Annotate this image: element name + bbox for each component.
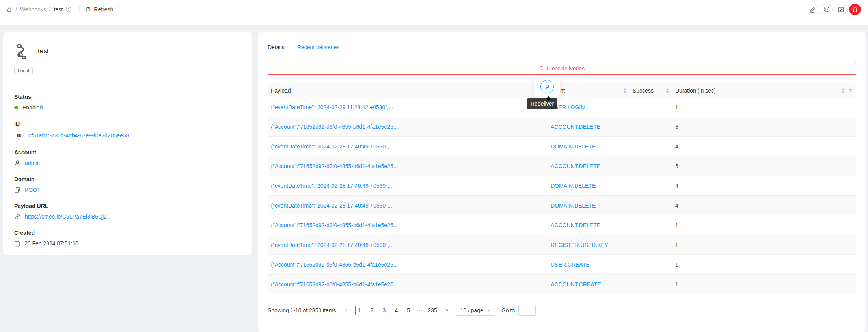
event-link[interactable]: USER.CREATE [551,262,590,268]
next-page-button[interactable] [441,306,451,315]
payload-link[interactable]: {"Account":"71652d92-d3f0-4855-b6d1-4fa1… [271,124,398,130]
tab-details[interactable]: Details [268,41,285,56]
webhook-header: test [14,43,241,60]
event-link[interactable]: ACCOUNT.DELETE [551,163,600,169]
caret-sorter-icon[interactable] [842,88,845,93]
payload-link[interactable]: {"eventDateTime":"2024-02-28 17:40:49 +0… [271,202,394,209]
page-button-last[interactable]: 235 [427,306,438,315]
redeliver-button[interactable] [540,80,554,93]
duration-value: 1 [672,222,856,228]
goto-page-input[interactable] [518,305,536,316]
duration-value: 8 [672,124,856,130]
duration-value: 1 [672,104,856,110]
event-link[interactable]: DOMAIN.DELETE [551,202,596,209]
payload-link[interactable]: {"Account":"71652d92-d3f0-4855-b6d1-4fa1… [271,262,398,268]
payload-link[interactable]: {"eventDateTime":"2024-02-28 17:40:49 +0… [271,143,394,150]
page-jump-ellipsis[interactable]: ••• [416,308,424,313]
content-area: test Local Status Enabled ID cf51afd7-73… [0,25,868,332]
payload-link[interactable]: {"eventDateTime":"2024-02-28 17:40:46 +0… [271,242,394,248]
clear-deliveries-label: Clear deliveries [547,65,585,72]
payload-url-link[interactable]: https://smee.io/C9LPa7Ei3iB6Qj2 [25,213,107,220]
table-body: {"eventDateTime":"2024-02-29 11:28:42 +0… [268,97,856,294]
more-icon[interactable]: ⋮ [536,260,544,269]
event-link[interactable]: ACCOUNT.CREATE [551,281,601,287]
tab-recent-deliveries[interactable]: Recent deliveries [297,41,339,56]
more-icon[interactable]: ⋮ [536,142,544,151]
page-button-4[interactable]: 4 [392,306,401,315]
webhook-id-link[interactable]: cf51afd7-730b-4db4-87e9-f0a2d205ee58 [28,132,129,139]
goto-label: Go to [501,307,515,313]
duration-value: 4 [672,143,856,150]
more-icon[interactable]: ⋮ [536,201,544,210]
id-label: ID [14,121,241,127]
duration-value: 1 [672,262,856,268]
event-link[interactable]: DOMAIN.DELETE [551,143,596,150]
webhook-detail-page: / Webhooks / test ? Refresh [0,0,868,332]
edit-button[interactable] [807,4,818,15]
filter-icon[interactable] [848,88,853,93]
svg-text:?: ? [68,7,70,11]
calendar-icon [14,241,20,247]
caret-sorter-icon[interactable] [623,88,626,93]
payload-link[interactable]: {"Account":"71652d92-d3f0-4855-b6d1-4fa1… [271,281,398,287]
domain-link[interactable]: ROOT [24,187,40,193]
event-link[interactable]: ACCOUNT.DELETE [551,124,600,130]
clear-deliveries-button[interactable]: Clear deliveries [268,62,856,75]
redeliver-tooltip-label: Redeliver [531,100,554,107]
payload-link[interactable]: {"eventDateTime":"2024-02-28 17:40:49 +0… [271,183,394,189]
pause-circle-icon [823,6,830,13]
switcher-icon [14,187,20,193]
delete-trash-icon [852,7,858,13]
table-row: {"Account":"71652d92-d3f0-4855-b6d1-4fa1… [268,117,856,137]
account-link[interactable]: admin [25,160,40,166]
event-link[interactable]: REGISTER.USER.KEY [551,242,608,248]
duration-value: 4 [672,202,856,209]
table-row: {"eventDateTime":"2024-02-28 17:40:46 +0… [268,235,856,255]
table-row: {"Account":"71652d92-d3f0-4855-b6d1-4fa1… [268,275,856,294]
more-icon[interactable]: ⋮ [536,221,544,230]
page-button-1[interactable]: 1 [355,306,364,315]
open-logs-button[interactable] [835,4,847,15]
payload-link[interactable]: {"eventDateTime":"2024-02-29 11:28:42 +0… [271,104,393,110]
more-icon[interactable]: ⋮ [536,162,544,171]
column-header-duration[interactable]: Duration (in sec) [672,83,856,97]
domain-field: Domain ROOT [14,176,241,194]
reload-icon [85,7,91,12]
refresh-label: Refresh [94,6,113,13]
caret-sorter-icon[interactable] [666,88,669,93]
delete-webhook-button[interactable] [849,4,861,15]
duration-value: 5 [672,163,856,169]
status-field: Status Enabled [14,94,241,111]
home-icon[interactable] [6,7,12,13]
top-bar: / Webhooks / test ? Refresh [0,0,868,25]
pause-button[interactable] [821,4,833,15]
refresh-button[interactable]: Refresh [79,4,119,15]
table-row: {"Account":"71652d92-d3f0-4855-b6d1-4fa1… [268,156,856,176]
created-field: Created 26 Feb 2024 07:51:10 [14,230,241,247]
trash-icon [539,66,544,71]
account-field: Account admin [14,149,241,167]
local-tag: Local [14,67,33,75]
webhook-summary-panel: test Local Status Enabled ID cf51afd7-73… [3,32,252,255]
more-icon[interactable]: ⋮ [536,122,544,131]
page-button-3[interactable]: 3 [380,306,389,315]
event-link[interactable]: DOMAIN.DELETE [551,183,596,189]
more-icon[interactable]: ⋮ [536,182,544,190]
more-icon[interactable]: ⋮ [536,241,544,249]
column-header-success[interactable]: Success [630,83,672,97]
page-button-2[interactable]: 2 [367,306,376,315]
payload-url-label: Payload URL [14,203,241,209]
edit-icon [810,7,816,13]
page-button-5[interactable]: 5 [404,306,413,315]
question-circle-icon[interactable]: ? [65,6,72,13]
prev-page-button[interactable] [343,306,352,315]
event-link[interactable]: ACCOUNT.DELETE [551,222,600,228]
payload-link[interactable]: {"Account":"71652d92-d3f0-4855-b6d1-4fa1… [271,163,398,169]
breadcrumb-current: test [54,6,63,13]
table-row: {"eventDateTime":"2024-02-29 11:28:42 +0… [268,97,856,117]
breadcrumb-webhooks[interactable]: Webhooks [20,6,46,13]
page-size-select[interactable]: 10 / page [456,305,494,316]
more-icon[interactable]: ⋮ [536,280,544,289]
payload-link[interactable]: {"Account":"71652d92-d3f0-4855-b6d1-4fa1… [271,222,398,228]
duration-value: 1 [672,281,856,287]
